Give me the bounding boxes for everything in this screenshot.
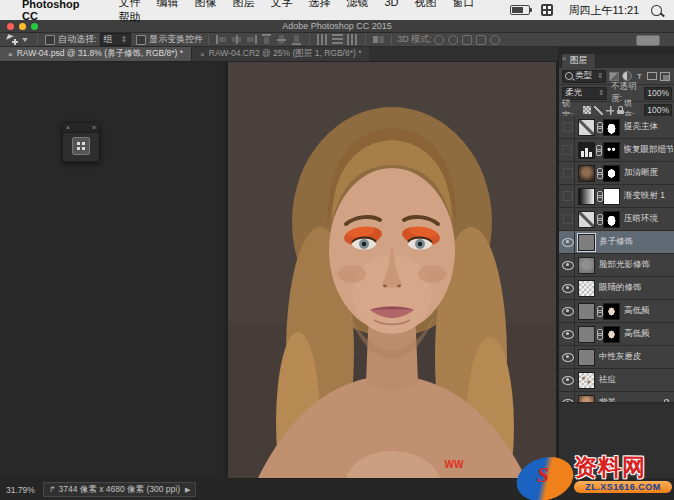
filter-shape-layers-icon[interactable]: [647, 72, 657, 80]
mini-panel-close-icon[interactable]: ×: [66, 124, 70, 131]
link-mask-icon[interactable]: [596, 329, 602, 340]
menu-item[interactable]: 文字: [270, 0, 292, 8]
visibility-toggle[interactable]: [561, 116, 575, 138]
zoom-level-field[interactable]: 31.79%: [6, 485, 35, 495]
layer-thumbnail[interactable]: [578, 211, 595, 228]
layer-thumbnail[interactable]: [578, 142, 595, 159]
mini-panel-collapse-icon[interactable]: »: [92, 124, 96, 131]
close-tab-icon[interactable]: ×: [200, 50, 205, 59]
menu-item[interactable]: 图层: [232, 0, 254, 8]
layer-row[interactable]: 脸部光影修饰: [559, 254, 674, 277]
distribute-centers-icon[interactable]: [347, 34, 358, 45]
align-right-icon[interactable]: [246, 34, 257, 45]
visibility-toggle[interactable]: [561, 139, 575, 161]
layer-name[interactable]: 眼睛的修饰: [599, 282, 642, 294]
layer-row[interactable]: 中性灰磨皮: [559, 346, 674, 369]
menu-item[interactable]: 窗口: [453, 0, 475, 8]
layer-mask-thumbnail[interactable]: [603, 119, 620, 136]
layer-thumbnail[interactable]: [578, 234, 595, 251]
layer-row[interactable]: 高低频: [559, 323, 674, 346]
battery-icon[interactable]: [510, 5, 530, 15]
distribute-horizontal-icon[interactable]: [317, 34, 328, 45]
layer-name[interactable]: 中性灰磨皮: [599, 351, 642, 363]
visibility-toggle[interactable]: [561, 346, 575, 368]
menu-item[interactable]: 帮助: [118, 11, 140, 23]
layer-row[interactable]: 渐变映射 1: [559, 185, 674, 208]
fill-field[interactable]: 100%: [644, 104, 672, 117]
menu-item[interactable]: 文件: [118, 0, 140, 8]
menu-item[interactable]: 编辑: [156, 0, 178, 8]
layer-name[interactable]: 恢复眼部细节: [624, 144, 673, 156]
layer-thumbnail[interactable]: [578, 326, 595, 343]
panel-close-icon[interactable]: ×: [562, 54, 567, 63]
align-center-icon[interactable]: [231, 34, 242, 45]
3d-drag-icon[interactable]: [462, 35, 472, 45]
layer-row[interactable]: 祛痘: [559, 369, 674, 392]
auto-align-layers-icon[interactable]: [373, 34, 384, 45]
link-mask-icon[interactable]: [596, 168, 602, 179]
filter-pixel-layers-icon[interactable]: [609, 72, 619, 81]
layer-mask-thumbnail[interactable]: [603, 211, 620, 228]
lock-all-icon[interactable]: [617, 106, 624, 114]
visibility-toggle[interactable]: [561, 231, 575, 253]
layer-mask-thumbnail[interactable]: [603, 142, 620, 159]
3d-rotate-icon[interactable]: [434, 35, 444, 45]
layer-row[interactable]: 压暗环境: [559, 208, 674, 231]
layer-name[interactable]: 渐变映射 1: [624, 190, 665, 202]
layer-row[interactable]: 鼻子修饰: [559, 231, 674, 254]
link-mask-icon[interactable]: [596, 306, 602, 317]
layer-thumbnail[interactable]: [578, 188, 595, 205]
link-mask-icon[interactable]: [596, 122, 602, 133]
menu-item[interactable]: 滤镜: [346, 0, 368, 8]
document-tab[interactable]: ×RAW-04.CR2 @ 25% (图层 1, RGB/8*) *: [191, 47, 369, 61]
3d-scale-icon[interactable]: [490, 35, 500, 45]
layer-thumbnail[interactable]: [578, 280, 595, 297]
canvas-image[interactable]: WW: [228, 62, 556, 478]
layer-mask-thumbnail[interactable]: [603, 165, 620, 182]
3d-roll-icon[interactable]: [448, 35, 458, 45]
filter-type-dropdown[interactable]: 类型⇕: [562, 70, 606, 83]
visibility-toggle[interactable]: [561, 277, 575, 299]
layer-name[interactable]: 加清晰度: [624, 167, 658, 179]
visibility-toggle[interactable]: [561, 369, 575, 391]
opacity-field[interactable]: 100%: [644, 87, 672, 100]
visibility-toggle[interactable]: [561, 323, 575, 345]
move-tool-icon[interactable]: [6, 35, 18, 45]
input-method-icon[interactable]: [541, 4, 553, 16]
lock-pixels-icon[interactable]: [594, 106, 603, 115]
align-middle-icon[interactable]: [276, 34, 287, 45]
link-mask-icon[interactable]: [596, 214, 602, 225]
menu-item[interactable]: 3D: [384, 0, 398, 8]
visibility-toggle[interactable]: [561, 162, 575, 184]
layer-row[interactable]: 高低频: [559, 300, 674, 323]
layer-thumbnail[interactable]: [578, 119, 595, 136]
layer-thumbnail[interactable]: [578, 303, 595, 320]
link-mask-icon[interactable]: [596, 191, 602, 202]
layer-name[interactable]: 祛痘: [599, 374, 616, 386]
visibility-toggle[interactable]: [561, 254, 575, 276]
lock-transparency-icon[interactable]: [583, 106, 591, 114]
layer-thumbnail[interactable]: [578, 165, 595, 182]
layer-row[interactable]: 眼睛的修饰: [559, 277, 674, 300]
workspace-switcher-button[interactable]: [636, 35, 660, 46]
visibility-toggle[interactable]: [561, 185, 575, 207]
visibility-toggle[interactable]: [561, 300, 575, 322]
layer-mask-thumbnail[interactable]: [603, 188, 620, 205]
layer-mask-thumbnail[interactable]: [603, 303, 620, 320]
floating-mini-panel[interactable]: × »: [62, 122, 100, 162]
menu-app-name[interactable]: Photoshop CC: [22, 0, 96, 22]
document-tab[interactable]: ×RAW-04.psd @ 31.8% (鼻子修饰, RGB/8*) *: [0, 47, 191, 61]
spotlight-search-icon[interactable]: [651, 5, 662, 16]
show-transform-checkbox[interactable]: [136, 35, 146, 45]
link-mask-icon[interactable]: [596, 145, 602, 156]
layer-mask-thumbnail[interactable]: [603, 326, 620, 343]
layer-name[interactable]: 鼻子修饰: [599, 236, 633, 248]
menu-item[interactable]: 选择: [308, 0, 330, 8]
tool-preset-caret-icon[interactable]: [22, 38, 28, 42]
layer-name[interactable]: 高低频: [624, 328, 650, 340]
distribute-vertical-icon[interactable]: [332, 34, 343, 45]
filter-smart-objects-icon[interactable]: [660, 72, 670, 81]
auto-select-dropdown[interactable]: 组⇕: [100, 33, 132, 46]
layer-name[interactable]: 提亮主体: [624, 121, 658, 133]
close-tab-icon[interactable]: ×: [8, 50, 13, 59]
